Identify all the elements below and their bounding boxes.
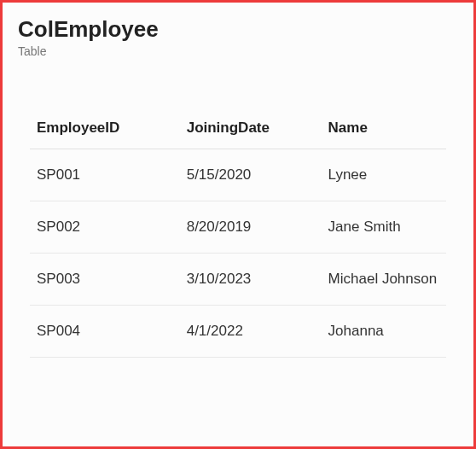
col-header-name: Name (322, 111, 446, 149)
table-row: SP002 8/20/2019 Jane Smith (30, 201, 446, 254)
collection-panel: ColEmployee Table EmployeeID JoiningDate… (0, 0, 476, 449)
cell-joiningdate: 5/15/2020 (180, 149, 322, 201)
cell-employeeid: SP002 (30, 201, 180, 254)
collection-title: ColEmployee (18, 16, 458, 43)
cell-name: Johanna (322, 306, 446, 358)
cell-joiningdate: 3/10/2023 (180, 254, 322, 306)
cell-joiningdate: 8/20/2019 (180, 201, 322, 254)
table-row: SP001 5/15/2020 Lynee (30, 149, 446, 201)
cell-joiningdate: 4/1/2022 (180, 306, 322, 358)
col-header-joiningdate: JoiningDate (180, 111, 322, 149)
table-wrapper: EmployeeID JoiningDate Name SP001 5/15/2… (18, 111, 458, 358)
cell-name: Jane Smith (322, 201, 446, 254)
cell-employeeid: SP001 (30, 149, 180, 201)
table-row: SP003 3/10/2023 Michael Johnson (30, 254, 446, 306)
collection-type-label: Table (18, 44, 458, 58)
cell-name: Michael Johnson (322, 254, 446, 306)
table-row: SP004 4/1/2022 Johanna (30, 306, 446, 358)
cell-name: Lynee (322, 149, 446, 201)
data-table: EmployeeID JoiningDate Name SP001 5/15/2… (30, 111, 446, 358)
table-header-row: EmployeeID JoiningDate Name (30, 111, 446, 149)
col-header-employeeid: EmployeeID (30, 111, 180, 149)
cell-employeeid: SP004 (30, 306, 180, 358)
cell-employeeid: SP003 (30, 254, 180, 306)
